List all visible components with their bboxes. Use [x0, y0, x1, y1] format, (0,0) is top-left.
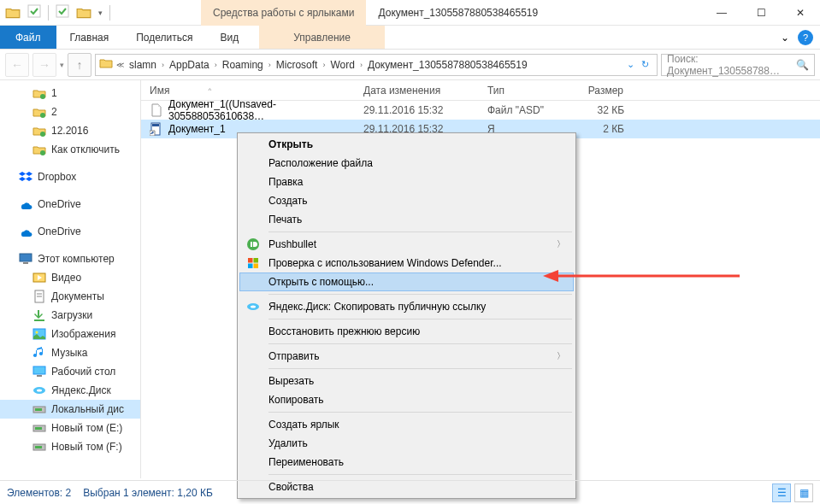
sidebar-item-label: 12.2016	[51, 125, 88, 137]
sidebar-item-label: Изображения	[51, 328, 115, 340]
minimize-button[interactable]: ―	[702, 0, 741, 26]
file-tab[interactable]: Файл	[0, 26, 56, 49]
sidebar-thispc[interactable]: Этот компьютер	[0, 249, 140, 268]
context-item-label: Копировать	[268, 394, 324, 406]
qat-check2-icon[interactable]	[56, 4, 69, 21]
breadcrumb-item[interactable]: Документ_1305587880538465519	[366, 59, 529, 71]
dropbox-icon	[19, 170, 32, 184]
sidebar-item-label: OneDrive	[38, 198, 81, 210]
sidebar-item[interactable]: Рабочий стол	[0, 362, 140, 381]
context-item-label: Создать ярлык	[268, 419, 339, 431]
sidebar-item[interactable]: Изображения	[0, 325, 140, 343]
recent-locations-icon[interactable]: ▾	[60, 61, 64, 69]
search-input[interactable]: Поиск: Документ_130558788… 🔍	[661, 54, 815, 76]
sidebar-item[interactable]: Как отключить	[0, 140, 140, 159]
ribbon-tab-home[interactable]: Главная	[56, 26, 123, 49]
breadcrumb-item[interactable]: slamn	[127, 59, 158, 71]
close-button[interactable]: ✕	[781, 0, 820, 26]
ribbon-expand-icon[interactable]: ⌄	[776, 26, 794, 49]
contextual-tools-below[interactable]: Управление	[259, 26, 385, 49]
context-item-label: Проверка с использованием Windows Defend…	[268, 257, 502, 269]
sidebar-item[interactable]: 12.2016	[0, 121, 140, 140]
folder-icon	[99, 56, 113, 73]
help-icon[interactable]: ?	[798, 30, 813, 45]
context-item[interactable]: Расположение файла	[239, 154, 574, 173]
icons-view-button[interactable]: ▦	[794, 483, 813, 502]
back-button[interactable]: ←	[5, 53, 29, 77]
maximize-button[interactable]: ☐	[741, 0, 781, 26]
sidebar-onedrive[interactable]: OneDrive	[0, 195, 140, 214]
column-header-name[interactable]: Имя ^	[141, 80, 355, 100]
forward-button[interactable]: →	[32, 53, 56, 77]
breadcrumb[interactable]: ≪ slamn› AppData› Roaming› Microsoft› Wo…	[95, 54, 658, 76]
column-header-date[interactable]: Дата изменения	[355, 80, 479, 100]
ribbon-tab-view[interactable]: Вид	[206, 26, 252, 49]
sidebar-onedrive[interactable]: OneDrive	[0, 222, 140, 241]
sidebar-dropbox[interactable]: Dropbox	[0, 167, 140, 186]
sidebar-item[interactable]: Новый том (F:)	[0, 437, 140, 456]
context-separator	[268, 319, 572, 319]
file-row[interactable]: Документ_1((Unsaved-305588053610638… 29.…	[141, 101, 820, 120]
sidebar-item[interactable]: Яндекс.Диск	[0, 381, 140, 400]
breadcrumb-item[interactable]: Microsoft	[274, 59, 320, 71]
svg-rect-13	[34, 319, 44, 321]
context-menu[interactable]: ОткрытьРасположение файлаПравкаСоздатьПе…	[237, 132, 576, 499]
sidebar-item[interactable]: Видео	[0, 268, 140, 287]
defender-icon	[246, 256, 260, 270]
sidebar-item-label: Локальный дис	[51, 403, 124, 415]
context-item[interactable]: Создать ярлык	[239, 415, 574, 434]
qat-dropdown-icon[interactable]: ▾	[98, 9, 103, 17]
svg-point-35	[251, 306, 256, 308]
navigation-pane[interactable]: 1 2 12.2016 Как отключить Dropbox OneDri…	[0, 80, 141, 478]
sidebar-item-label: OneDrive	[38, 226, 81, 237]
context-separator	[268, 343, 572, 344]
details-view-button[interactable]: ☰	[772, 483, 791, 502]
context-item[interactable]: Удалить	[239, 434, 574, 453]
refresh-icon[interactable]: ↻	[639, 59, 652, 70]
chevron-right-icon: 〉	[557, 238, 565, 250]
column-header-size[interactable]: Размер	[564, 80, 633, 100]
context-item[interactable]: Проверка с использованием Windows Defend…	[239, 254, 574, 273]
contextual-tools-tab[interactable]: Средства работы с ярлыками	[201, 0, 366, 26]
context-item-label: Печать	[268, 214, 302, 226]
breadcrumb-dropdown-icon[interactable]: ⌄	[624, 59, 637, 70]
sidebar-item-label: Как отключить	[51, 144, 120, 155]
file-date: 29.11.2016 15:32	[355, 104, 479, 116]
context-item[interactable]: Вырезать	[239, 372, 574, 390]
context-item[interactable]: Копировать	[239, 390, 574, 409]
sidebar-item[interactable]: 1	[0, 84, 140, 103]
svg-rect-27	[152, 124, 159, 126]
sidebar-item[interactable]: Документы	[0, 287, 140, 306]
sidebar-item[interactable]: 2	[0, 103, 140, 121]
sidebar-item[interactable]: Музыка	[0, 343, 140, 362]
breadcrumb-item[interactable]: Roaming	[221, 59, 265, 71]
up-button[interactable]: ↑	[68, 53, 91, 77]
breadcrumb-item[interactable]: Word	[328, 59, 356, 71]
sidebar-item-label: Музыка	[51, 347, 87, 359]
context-item[interactable]: Печать	[239, 210, 574, 229]
context-item[interactable]: Восстановить прежнюю версию	[239, 322, 574, 341]
context-item[interactable]: Яндекс.Диск: Скопировать публичную ссылк…	[239, 297, 574, 316]
context-item[interactable]: Создать	[239, 191, 574, 210]
sidebar-item-label: 2	[51, 106, 57, 118]
ribbon-tab-share[interactable]: Поделиться	[122, 26, 206, 49]
folder-icon	[5, 5, 21, 21]
yadisk-icon	[246, 300, 260, 314]
context-item[interactable]: Открыть	[239, 135, 574, 154]
sidebar-item[interactable]: Локальный дис	[0, 400, 140, 419]
svg-rect-25	[35, 446, 42, 448]
sidebar-item[interactable]: Загрузки	[0, 306, 140, 325]
folder2-icon[interactable]	[76, 5, 91, 21]
breadcrumb-item[interactable]: AppData	[168, 59, 211, 71]
sidebar-item[interactable]: Новый том (E:)	[0, 419, 140, 437]
onedrive-icon	[19, 225, 32, 238]
column-header-type[interactable]: Тип	[479, 80, 564, 100]
context-item[interactable]: Pushbullet〉	[239, 235, 574, 254]
context-item[interactable]: Открыть с помощью...	[239, 273, 574, 291]
qat-check-icon[interactable]	[27, 4, 41, 21]
sidebar-item-label: Этот компьютер	[38, 253, 115, 265]
context-item-label: Открыть	[268, 138, 313, 150]
context-item[interactable]: Переименовать	[239, 453, 574, 472]
context-item[interactable]: Отправить〉	[239, 347, 574, 366]
context-item[interactable]: Правка	[239, 173, 574, 191]
